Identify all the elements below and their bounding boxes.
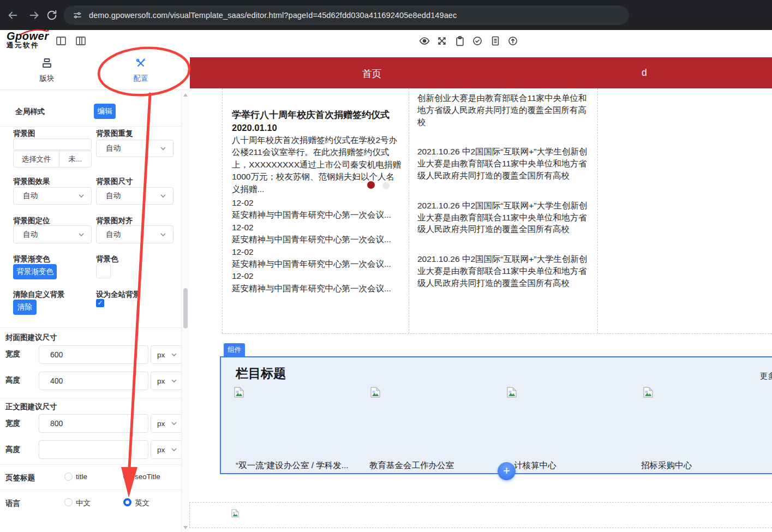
body-height-input[interactable] [39,440,148,459]
forward-icon[interactable] [28,9,40,21]
add-component-button[interactable]: + [498,462,516,480]
cover-width-input[interactable]: 600 [39,345,148,364]
back-icon[interactable] [7,9,19,21]
bg-image-input[interactable] [13,139,92,150]
body-size-title: 正文图建议尺寸 [5,402,57,412]
body-width-input[interactable]: 800 [39,414,148,433]
chevron-down-icon [78,231,85,238]
gpower-logo: Gpower 通元软件 [7,31,53,49]
url-text[interactable]: demo.gpowersoft.com/visualTemplate_saas/… [89,11,457,20]
bg-effect-label: 背景图效果 [13,177,50,187]
tab-config[interactable]: 配置 [94,52,188,90]
page-canvas: 首页 d 学举行八十周年校庆首次捐赠签约仪式 2020.01.10 八十周年校庆… [189,52,772,532]
app-toolbar: Gpower 通元软件 [0,30,772,52]
nav-item-d[interactable]: d [642,67,647,79]
component-tag[interactable]: 组件 [224,343,245,357]
preview-eye-icon[interactable] [419,35,430,46]
bg-effect-select[interactable]: 自动 [13,187,92,205]
list-item[interactable]: 12-02延安精神与中国青年研究中心第一次会议... [232,246,401,271]
bg-align-select[interactable]: 自动 [96,225,173,243]
divider [0,464,181,465]
cover-height-label: 高度 [5,375,20,385]
bg-size-select[interactable]: 自动 [96,187,173,205]
component-item-label[interactable]: “双一流”建设办公室 / 学科发... [236,460,349,471]
bg-position-label: 背景图定位 [13,216,50,226]
tab-title-label: 页签标题 [5,473,35,483]
bg-color-swatch[interactable] [96,264,111,278]
radio-chinese-label[interactable]: 中文 [76,498,91,508]
component-section[interactable]: 栏目标题 更多 “双一流”建设办公室 / 学科发... 教育基金会工作办公室 计… [220,356,772,474]
carousel-dot-active[interactable] [367,181,375,189]
radio-seotitle-label[interactable]: seoTitle [135,473,160,481]
carousel-dot[interactable] [382,182,390,189]
choose-file-button[interactable]: 选择文件 [14,151,59,167]
radio-title[interactable] [64,473,73,481]
unit-value: px [157,377,165,385]
component-title: 栏目标题 [236,365,286,382]
bg-position-value: 自动 [23,230,38,240]
panel-scrollbar[interactable] [181,91,189,532]
site-settings-icon[interactable] [73,10,82,20]
bottom-placeholder-section[interactable] [189,502,772,528]
chevron-down-icon [160,231,166,238]
news-list: 12-02延安精神与中国青年研究中心第一次会议... 12-02延安精神与中国青… [232,197,401,295]
document-icon[interactable] [490,35,501,46]
paste-clipboard-icon[interactable] [454,35,465,46]
broken-image-icon [370,387,380,398]
cover-width-unit-select[interactable]: px [151,345,182,364]
scroll-up-arrow[interactable] [183,93,188,97]
radio-english-label[interactable]: 英文 [135,498,149,508]
list-item[interactable]: 12-02延安精神与中国青年研究中心第一次会议... [232,270,401,295]
broken-image-icon [234,387,244,398]
list-item[interactable]: 12-02延安精神与中国青年研究中心第一次会议... [232,222,401,246]
articles-column[interactable]: 创新创业大赛是由教育部联合11家中央单位和地方省级人民政府共同打造的覆盖全国所有… [409,88,598,333]
file-control: 选择文件 未... [13,151,92,168]
clear-bg-label: 清除自定义背景 [13,290,65,300]
clear-button[interactable]: 清除 [13,300,37,315]
scrollbar-thumb[interactable] [183,288,188,328]
empty-column[interactable] [598,88,772,333]
news-column[interactable]: 学举行八十周年校庆首次捐赠签约仪式 2020.01.10 八十周年校庆首次捐赠签… [222,88,409,333]
radio-english[interactable] [123,498,131,506]
layout-split-center-icon[interactable] [75,35,86,46]
layout-split-left-icon[interactable] [56,35,67,46]
chevron-down-icon [171,378,177,384]
chevron-down-icon [171,420,177,427]
body-width-unit-select[interactable]: px [151,414,182,433]
article-paragraph: 2021.10.26 中2国国际“互联网+”大学生创新创业大赛是由教育部联合11… [417,253,591,289]
component-item-label[interactable]: 计核算中心 [514,460,556,471]
bg-gradient-button[interactable]: 背景渐变色 [13,264,57,279]
edit-button[interactable]: 编辑 [94,104,116,119]
address-bar[interactable]: demo.gpowersoft.com/visualTemplate_saas/… [64,5,629,25]
tab-blocks[interactable]: 版块 [0,52,94,90]
tab-blocks-label: 版块 [0,74,94,83]
bg-align-value: 自动 [106,230,121,240]
component-item-label[interactable]: 招标采购中心 [641,460,692,471]
radio-chinese[interactable] [64,498,73,506]
cover-width-label: 宽度 [5,349,20,359]
cover-height-input[interactable]: 400 [39,372,148,390]
article-paragraph: 2021.10.26 中2国国际“互联网+”大学生创新创业大赛是由教育部联合11… [417,200,591,235]
radio-title-label[interactable]: title [76,473,87,481]
nav-item-home[interactable]: 首页 [362,67,381,80]
bg-repeat-select[interactable]: 自动 [96,140,173,157]
file-status: 未... [59,151,91,167]
divider [0,489,181,490]
radio-seotitle[interactable] [123,473,131,481]
component-item-label[interactable]: 教育基金会工作办公室 [369,460,454,471]
cover-height-unit-select[interactable]: px [151,372,182,390]
fullscreen-icon[interactable] [436,35,447,46]
bg-size-value: 自动 [106,191,121,201]
body-height-unit-select[interactable]: px [151,440,182,459]
reload-icon[interactable] [46,9,58,21]
more-link[interactable]: 更多 [760,371,772,381]
site-bg-checkbox[interactable]: ✓ [96,299,104,307]
list-item[interactable]: 12-02延安精神与中国青年研究中心第一次会议... [232,197,401,222]
bg-position-select[interactable]: 自动 [13,225,92,243]
stacked-blocks-icon [41,58,52,69]
scroll-down-arrow[interactable] [183,526,188,529]
news-body: 八十周年校庆首次捐赠签约仪式在学校2号办公楼211会议室举行。在此次捐赠签约仪式… [232,134,402,195]
check-circle-icon[interactable] [472,35,483,46]
logo-swoosh-icon [20,28,50,35]
publish-up-circle-icon[interactable] [507,35,518,46]
